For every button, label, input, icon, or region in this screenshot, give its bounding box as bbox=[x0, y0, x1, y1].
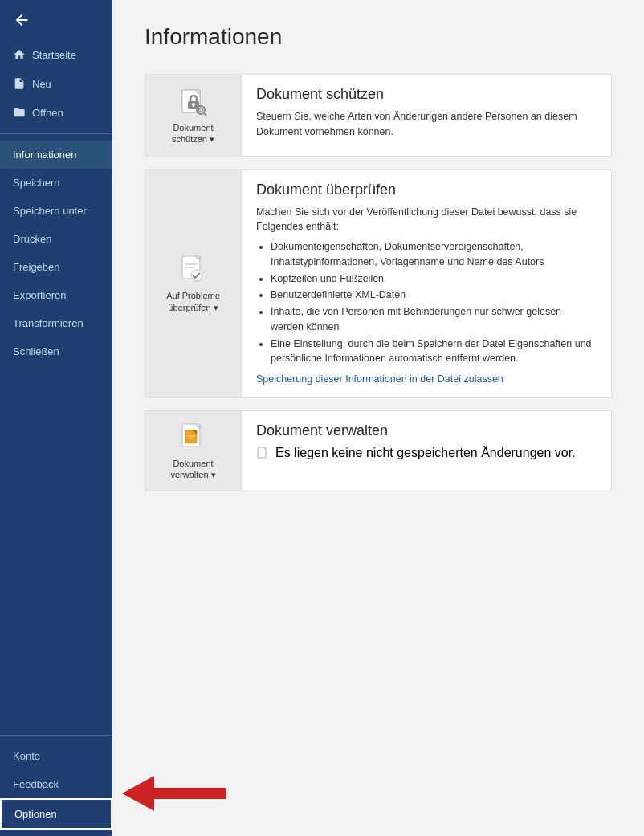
sidebar-item-startseite[interactable]: Startseite bbox=[0, 40, 112, 69]
back-icon bbox=[13, 11, 31, 29]
ueberpruefen-content: Dokument überprüfen Machen Sie sich vor … bbox=[242, 170, 611, 398]
verwalten-heading: Dokument verwalten bbox=[256, 422, 597, 439]
svg-rect-16 bbox=[258, 447, 266, 458]
ueberpruefen-list: Dokumenteigenschaften, Dokumentservereig… bbox=[271, 239, 597, 366]
sidebar-item-speichern-unter[interactable]: Speichern unter bbox=[0, 197, 112, 225]
sidebar-label-exportieren: Exportieren bbox=[13, 289, 66, 301]
new-doc-icon bbox=[13, 77, 26, 90]
sidebar-label-speichern: Speichern bbox=[13, 177, 60, 189]
schuetzen-icon-label: Dokumentschützen ▾ bbox=[172, 122, 214, 145]
ueberpruefen-heading: Dokument überprüfen bbox=[256, 181, 597, 198]
sidebar-label-konto: Konto bbox=[13, 750, 40, 762]
verwalten-text: Es liegen keine nicht gespeicherten Ände… bbox=[275, 446, 576, 460]
svg-rect-4 bbox=[193, 104, 194, 107]
home-icon bbox=[13, 48, 26, 61]
sidebar-item-exportieren[interactable]: Exportieren bbox=[0, 281, 112, 309]
back-button[interactable] bbox=[0, 0, 112, 40]
sidebar-label-drucken: Drucken bbox=[13, 233, 51, 245]
list-item: Benutzerdefinierte XML-Daten bbox=[271, 288, 597, 303]
schuetzen-text: Steuern Sie, welche Arten von Änderungen… bbox=[256, 109, 597, 140]
sidebar-item-konto[interactable]: Konto bbox=[0, 742, 112, 770]
sidebar-label-oeffnen: Öffnen bbox=[32, 107, 63, 119]
verwalten-inline: Es liegen keine nicht gespeicherten Ände… bbox=[256, 446, 597, 460]
allow-saving-link[interactable]: Speicherung dieser Informationen in der … bbox=[256, 373, 503, 385]
sidebar-label-optionen: Optionen bbox=[14, 808, 57, 820]
verwalten-content: Dokument verwalten Es liegen keine nicht… bbox=[242, 411, 611, 491]
section-schuetzen: Dokumentschützen ▾ Dokument schützen Ste… bbox=[145, 74, 612, 157]
list-item: Inhalte, die von Personen mit Behinderun… bbox=[271, 304, 597, 335]
sidebar-label-informationen: Informationen bbox=[13, 149, 77, 161]
sidebar-item-feedback[interactable]: Feedback bbox=[0, 770, 112, 798]
sidebar-item-neu[interactable]: Neu bbox=[0, 69, 112, 98]
list-item: Eine Einstellung, durch die beim Speiche… bbox=[271, 336, 597, 367]
check-doc-icon bbox=[179, 253, 208, 285]
section-verwalten: Dokumentverwalten ▾ Dokument verwalten E… bbox=[145, 410, 612, 491]
sidebar-bottom-divider bbox=[0, 735, 112, 736]
sidebar-label-freigeben: Freigeben bbox=[13, 261, 60, 273]
sidebar-label-neu: Neu bbox=[32, 78, 51, 90]
sidebar-label-schliessen: Schließen bbox=[13, 345, 59, 357]
small-doc-icon bbox=[256, 447, 269, 459]
lock-icon bbox=[179, 85, 208, 117]
list-item: Dokumenteigenschaften, Dokumentservereig… bbox=[271, 239, 597, 270]
svg-line-7 bbox=[204, 113, 206, 116]
sidebar-label-feedback: Feedback bbox=[13, 778, 59, 790]
sidebar-bottom: Konto Feedback Optionen bbox=[0, 728, 112, 836]
sidebar-item-informationen[interactable]: Informationen bbox=[0, 141, 112, 169]
verwalten-button[interactable]: Dokumentverwalten ▾ bbox=[145, 411, 242, 491]
ueberpruefen-text: Machen Sie sich vor der Veröffentlichung… bbox=[256, 205, 597, 235]
sidebar-label-speichern-unter: Speichern unter bbox=[13, 205, 87, 217]
page-title: Informationen bbox=[145, 24, 612, 50]
list-item: Kopfzeilen und Fußzeilen bbox=[271, 271, 597, 287]
manage-doc-icon bbox=[179, 421, 208, 453]
sidebar-item-freigeben[interactable]: Freigeben bbox=[0, 253, 112, 281]
sidebar-nav: Startseite Neu Öffnen Informationen Spei… bbox=[0, 40, 112, 728]
sidebar-item-schliessen[interactable]: Schließen bbox=[0, 337, 112, 365]
svg-point-6 bbox=[198, 108, 202, 112]
folder-icon bbox=[13, 106, 26, 119]
main-content: Informationen Dok bbox=[112, 0, 644, 836]
verwalten-icon-label: Dokumentverwalten ▾ bbox=[170, 458, 215, 481]
sidebar-item-oeffnen[interactable]: Öffnen bbox=[0, 98, 112, 127]
sidebar-item-transformieren[interactable]: Transformieren bbox=[0, 309, 112, 337]
sidebar-item-speichern[interactable]: Speichern bbox=[0, 169, 112, 197]
sidebar-item-optionen[interactable]: Optionen bbox=[0, 798, 112, 830]
schuetzen-content: Dokument schützen Steuern Sie, welche Ar… bbox=[242, 75, 611, 156]
schuetzen-button[interactable]: Dokumentschützen ▾ bbox=[145, 75, 242, 156]
sidebar-divider bbox=[0, 133, 112, 134]
sidebar: Startseite Neu Öffnen Informationen Spei… bbox=[0, 0, 112, 836]
ueberpruefen-icon-label: Auf Problemeüberprüfen ▾ bbox=[166, 290, 220, 313]
sidebar-label-startseite: Startseite bbox=[32, 49, 76, 61]
sidebar-label-transformieren: Transformieren bbox=[13, 317, 84, 329]
schuetzen-heading: Dokument schützen bbox=[256, 86, 597, 103]
sidebar-item-drucken[interactable]: Drucken bbox=[0, 225, 112, 253]
section-ueberpruefen: Auf Problemeüberprüfen ▾ Dokument überpr… bbox=[145, 169, 612, 398]
ueberpruefen-button[interactable]: Auf Problemeüberprüfen ▾ bbox=[145, 170, 242, 398]
